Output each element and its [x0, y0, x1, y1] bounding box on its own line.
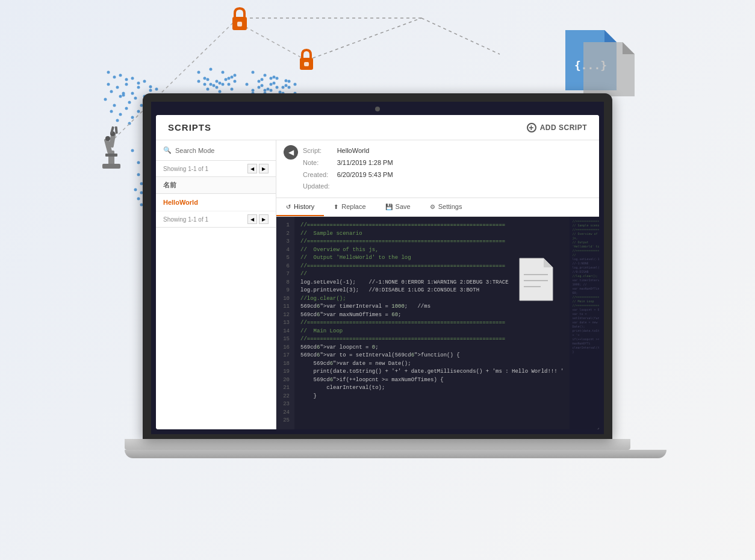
- floating-doc-icon: [517, 255, 556, 306]
- search-icon: 🔍: [163, 146, 172, 154]
- add-icon: +: [527, 123, 536, 132]
- add-script-label: ADD SCRIPT: [540, 123, 587, 132]
- svg-marker-24: [544, 258, 553, 267]
- history-tab-label: History: [294, 203, 314, 210]
- replace-tab-icon: ⬆: [334, 204, 338, 210]
- top-pagination-info: Showing 1-1 of 1: [163, 166, 208, 172]
- svg-rect-8: [304, 62, 309, 66]
- updated-label: Updated:: [303, 181, 330, 193]
- app-title: SCRIPTS: [168, 122, 211, 132]
- app-screen: SCRIPTS + ADD SCRIPT 🔍 Search Mode: [156, 115, 599, 429]
- tab-replace[interactable]: ⬆ Replace: [324, 198, 375, 216]
- script-info-row: ◀ Script: Note: Created: Updated:: [276, 140, 599, 198]
- lock-icon-1: [229, 6, 250, 30]
- script-value: HelloWorld: [337, 145, 393, 157]
- next-page-button-bottom[interactable]: ▶: [259, 214, 269, 224]
- column-header: 名前: [156, 177, 276, 194]
- tab-settings[interactable]: ⚙ Settings: [420, 198, 472, 216]
- created-value: 3/11/2019 1:28 PM: [337, 157, 393, 169]
- laptop-camera: [375, 107, 380, 111]
- bottom-pagination-controls: ◀ ▶: [247, 214, 269, 224]
- svg-point-19: [105, 136, 110, 141]
- sidebar: 🔍 Search Mode Showing 1-1 of 1 ◀ ▶: [156, 140, 276, 429]
- code-content: //======================================…: [294, 217, 570, 429]
- laptop-base: [125, 439, 630, 450]
- search-mode-label: Search Mode: [175, 147, 214, 154]
- svg-rect-16: [102, 164, 120, 169]
- laptop-wrapper: SCRIPTS + ADD SCRIPT 🔍 Search Mode: [125, 93, 630, 458]
- updated-value: 6/20/2019 5:43 PM: [337, 169, 393, 181]
- code-minimap: //============================// Sample …: [570, 217, 599, 429]
- replace-tab-label: Replace: [341, 203, 365, 210]
- lock-icon-2: [297, 48, 316, 70]
- svg-rect-15: [105, 154, 117, 157]
- line-numbers: 1234567891011121314151617181920212223242…: [276, 217, 294, 429]
- prev-page-button-top[interactable]: ◀: [247, 164, 257, 173]
- back-button[interactable]: ◀: [284, 145, 298, 160]
- bottom-pagination: Showing 1-1 of 1 ◀ ▶: [156, 211, 276, 228]
- note-label: Note:: [303, 157, 330, 169]
- tab-bar: ↺ History ⬆ Replace 💾 Save: [276, 198, 599, 217]
- add-script-button[interactable]: + ADD SCRIPT: [527, 123, 587, 132]
- next-page-button-top[interactable]: ▶: [259, 164, 269, 173]
- info-labels: Script: Note: Created: Updated:: [303, 145, 330, 193]
- tab-save[interactable]: 💾 Save: [376, 198, 420, 216]
- svg-line-1: [421, 18, 500, 54]
- bottom-pagination-info: Showing 1-1 of 1: [163, 216, 208, 223]
- laptop-foot: [125, 450, 666, 458]
- script-name: HelloWorld: [163, 199, 198, 206]
- search-bar[interactable]: 🔍 Search Mode: [156, 140, 276, 161]
- history-tab-icon: ↺: [286, 204, 291, 210]
- info-values: HelloWorld 3/11/2019 1:28 PM 6/20/2019 5…: [337, 145, 393, 193]
- back-icon: ◀: [288, 148, 294, 157]
- svg-line-2: [307, 18, 421, 60]
- app-body: 🔍 Search Mode Showing 1-1 of 1 ◀ ▶: [156, 140, 599, 429]
- robot-arm-decoration: [93, 120, 129, 169]
- script-item-helloworld[interactable]: HelloWorld: [156, 194, 276, 211]
- svg-rect-22: [115, 126, 118, 134]
- file-icons-area: {...}: [559, 24, 644, 99]
- created-label: Created:: [303, 169, 330, 181]
- settings-tab-icon: ⚙: [430, 204, 435, 210]
- app-header: SCRIPTS + ADD SCRIPT: [156, 115, 599, 140]
- top-pagination-controls: ◀ ▶: [247, 164, 269, 173]
- main-content: ◀ Script: Note: Created: Updated:: [276, 140, 599, 429]
- script-info: Script: Note: Created: Updated: HelloWor…: [303, 145, 393, 193]
- tab-history[interactable]: ↺ History: [276, 198, 324, 216]
- laptop-screen: SCRIPTS + ADD SCRIPT 🔍 Search Mode: [143, 93, 612, 439]
- script-label: Script:: [303, 145, 330, 157]
- prev-page-button-bottom[interactable]: ◀: [247, 214, 257, 224]
- save-tab-label: Save: [396, 203, 411, 210]
- save-tab-icon: 💾: [385, 204, 393, 210]
- top-pagination: Showing 1-1 of 1 ◀ ▶: [156, 161, 276, 177]
- main-wrapper: {...}: [0, 0, 755, 560]
- settings-tab-label: Settings: [438, 203, 462, 210]
- svg-marker-10: [604, 30, 617, 42]
- svg-rect-6: [237, 22, 242, 26]
- code-editor[interactable]: 1234567891011121314151617181920212223242…: [276, 217, 599, 429]
- svg-marker-13: [623, 42, 635, 54]
